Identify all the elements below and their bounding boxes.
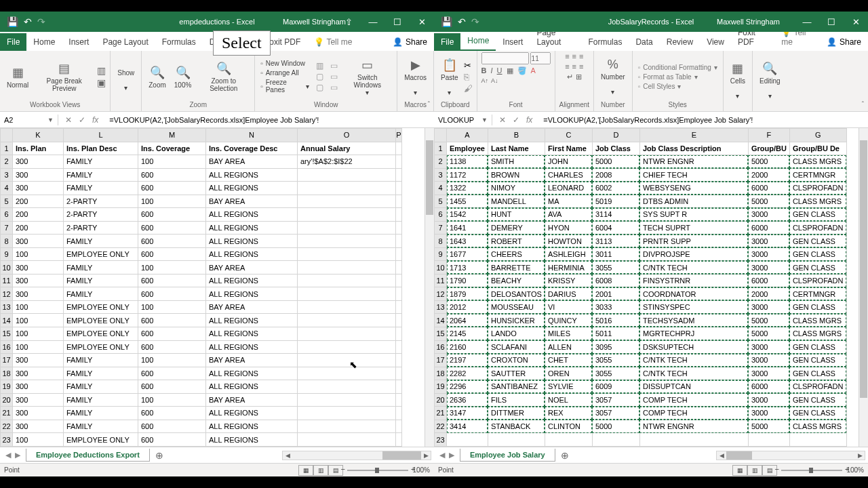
number-format-button[interactable]: %Number▾ bbox=[598, 56, 628, 97]
font-color-icon[interactable]: A bbox=[531, 66, 536, 75]
underline-icon[interactable]: U bbox=[497, 66, 502, 75]
tab-insert[interactable]: Insert bbox=[62, 33, 96, 51]
align-top-icon[interactable]: ≡ bbox=[565, 52, 569, 60]
tab-review[interactable]: Review bbox=[660, 33, 700, 51]
tab-file[interactable]: File bbox=[0, 33, 26, 51]
user-name[interactable]: Maxwell Stringham bbox=[717, 18, 780, 26]
tab-formulas[interactable]: Formulas bbox=[581, 33, 629, 51]
redo-icon[interactable]: ↷ bbox=[471, 16, 479, 27]
sheet-nav-prev-icon[interactable]: ◀ bbox=[5, 451, 11, 460]
copy-icon[interactable]: ⎘ bbox=[464, 72, 473, 82]
page-break-button[interactable]: ▤Page Break Preview bbox=[34, 60, 94, 94]
tell-me[interactable]: 💡 Tell me bbox=[307, 33, 359, 51]
increase-font-icon[interactable]: A↑ bbox=[481, 77, 489, 84]
page-layout-view-icon[interactable]: ▥ bbox=[747, 465, 762, 476]
enter-formula-icon[interactable]: ✓ bbox=[79, 115, 85, 125]
format-painter-icon[interactable]: 🖌 bbox=[464, 83, 473, 94]
zoom-100-button[interactable]: 🔍100% bbox=[172, 64, 195, 90]
editing-button[interactable]: 🔍Editing▾ bbox=[757, 60, 783, 101]
formula-bar[interactable]: =VLOOKUP(A2,'[JobSalaryRecords.xlsx]Empl… bbox=[539, 115, 868, 125]
merge-icon[interactable]: ⊞ bbox=[576, 73, 582, 81]
minimize-icon[interactable]: — bbox=[361, 12, 385, 31]
align-bottom-icon[interactable]: ≡ bbox=[579, 52, 583, 60]
spreadsheet-grid[interactable]: ABCDEFG1EmployeeLast NameFirst NameJob C… bbox=[434, 128, 847, 447]
cancel-formula-icon[interactable]: ✕ bbox=[499, 115, 506, 125]
new-window-button[interactable]: ▫ New Window bbox=[259, 59, 311, 68]
formula-bar[interactable]: =VLOOKUP(A2,'[JobSalaryRecords.xlsx]Empl… bbox=[105, 115, 434, 125]
save-icon[interactable]: 💾 bbox=[441, 16, 452, 27]
show-button[interactable]: Show▾ bbox=[115, 68, 137, 93]
fx-icon[interactable]: fx bbox=[92, 115, 98, 125]
align-right-icon[interactable]: ≡ bbox=[579, 62, 583, 70]
add-sheet-icon[interactable]: ⊕ bbox=[150, 450, 169, 461]
sheet-nav-next-icon[interactable]: ▶ bbox=[449, 451, 454, 460]
cancel-formula-icon[interactable]: ✕ bbox=[65, 115, 72, 125]
vertical-scrollbar[interactable] bbox=[859, 128, 868, 447]
zoom-slider[interactable] bbox=[347, 470, 408, 471]
enter-formula-icon[interactable]: ✓ bbox=[513, 115, 519, 125]
freeze-panes-button[interactable]: ▫ Freeze Panes ▾ bbox=[259, 78, 311, 94]
align-left-icon[interactable]: ≡ bbox=[565, 62, 569, 70]
sheet-nav-next-icon[interactable]: ▶ bbox=[15, 451, 20, 460]
page-layout-icon[interactable]: ▥ bbox=[97, 65, 106, 76]
save-icon[interactable]: 💾 bbox=[7, 16, 18, 27]
sheet-nav-prev-icon[interactable]: ◀ bbox=[439, 451, 445, 460]
share-win-icon[interactable]: ⇧ bbox=[336, 12, 361, 31]
add-sheet-icon[interactable]: ⊕ bbox=[555, 450, 574, 461]
font-size-select[interactable] bbox=[530, 52, 551, 64]
tab-file[interactable]: File bbox=[434, 33, 460, 51]
font-family-select[interactable] bbox=[481, 52, 529, 64]
conditional-formatting-button[interactable]: ▫ Conditional Formatting ▾ bbox=[637, 63, 719, 72]
normal-view-icon[interactable]: ▦ bbox=[732, 465, 747, 476]
close-icon[interactable]: ✕ bbox=[844, 12, 868, 31]
share-button[interactable]: 👤 Share bbox=[386, 33, 434, 51]
arrange-all-button[interactable]: ▫ Arrange All bbox=[259, 68, 311, 77]
cells-button[interactable]: ▦Cells▾ bbox=[728, 60, 748, 101]
collapse-ribbon-icon[interactable]: ˆ bbox=[862, 101, 864, 108]
switch-windows-button[interactable]: ▭Switch Windows ▾ bbox=[342, 56, 393, 98]
tab-view[interactable]: View bbox=[700, 33, 731, 51]
share-button[interactable]: 👤 Share bbox=[820, 33, 868, 51]
reset-pos-icon[interactable]: ▭ bbox=[330, 83, 338, 92]
wrap-text-icon[interactable]: ↵ bbox=[567, 73, 573, 81]
sync-scroll-icon[interactable]: ▭ bbox=[330, 72, 338, 81]
align-center-icon[interactable]: ≡ bbox=[572, 62, 576, 70]
bold-icon[interactable]: B bbox=[481, 66, 487, 75]
border-icon[interactable]: ▦ bbox=[507, 66, 513, 75]
sheet-tab[interactable]: Employee Job Salary bbox=[460, 449, 555, 462]
macros-button[interactable]: ▶Macros▾ bbox=[401, 56, 429, 98]
normal-view-icon[interactable]: ▦ bbox=[298, 465, 313, 476]
split-icon[interactable]: ▥ bbox=[316, 61, 323, 70]
tab-home[interactable]: Home bbox=[26, 33, 62, 51]
zoom-slider[interactable] bbox=[781, 470, 842, 471]
tab-page-layout[interactable]: Page Layout bbox=[96, 33, 155, 51]
redo-icon[interactable]: ↷ bbox=[37, 16, 45, 27]
cell-styles-button[interactable]: ▫ Cell Styles ▾ bbox=[637, 82, 719, 91]
name-box[interactable]: A2▼ bbox=[0, 115, 58, 125]
spreadsheet-grid[interactable]: KLMNOP1Ins. PlanIns. Plan DescIns. Cover… bbox=[0, 128, 402, 447]
custom-views-icon[interactable]: ▣ bbox=[97, 77, 106, 88]
sheet-tab[interactable]: Employee Deductions Export bbox=[26, 449, 150, 462]
side-by-side-icon[interactable]: ▭ bbox=[330, 61, 338, 70]
zoom-selection-button[interactable]: 🔍Zoom to Selection bbox=[197, 60, 250, 94]
align-middle-icon[interactable]: ≡ bbox=[572, 52, 576, 60]
normal-view-button[interactable]: ▦Normal bbox=[4, 64, 31, 90]
horizontal-scrollbar[interactable]: ◀▶ bbox=[716, 451, 865, 460]
italic-icon[interactable]: I bbox=[491, 66, 493, 75]
horizontal-scrollbar[interactable]: ◀▶ bbox=[282, 451, 431, 460]
maximize-icon[interactable]: ☐ bbox=[819, 12, 844, 31]
minimize-icon[interactable]: — bbox=[795, 12, 819, 31]
vertical-scrollbar[interactable] bbox=[425, 128, 434, 447]
tab-data[interactable]: Data bbox=[629, 33, 659, 51]
tab-formulas[interactable]: Formulas bbox=[155, 33, 203, 51]
tab-home[interactable]: Home bbox=[460, 32, 496, 51]
undo-icon[interactable]: ↶ bbox=[24, 16, 32, 27]
format-as-table-button[interactable]: ▫ Format as Table ▾ bbox=[637, 73, 719, 81]
unhide-icon[interactable]: ▢ bbox=[316, 83, 323, 92]
fill-color-icon[interactable]: 🪣 bbox=[517, 66, 527, 75]
undo-icon[interactable]: ↶ bbox=[458, 16, 466, 27]
page-layout-view-icon[interactable]: ▥ bbox=[313, 465, 328, 476]
fx-icon[interactable]: fx bbox=[526, 115, 532, 125]
decrease-font-icon[interactable]: A↓ bbox=[491, 77, 498, 84]
close-icon[interactable]: ✕ bbox=[410, 12, 434, 31]
